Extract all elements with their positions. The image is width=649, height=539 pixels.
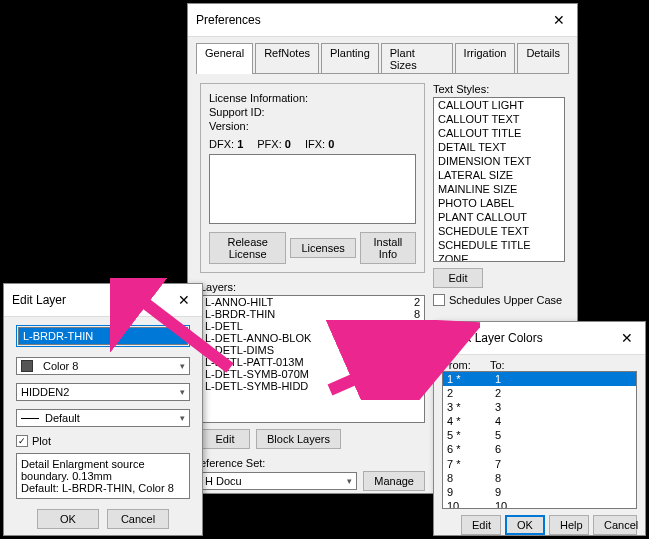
cancel-button[interactable]: Cancel (107, 509, 169, 529)
lineweight-select[interactable]: Default▾ (16, 409, 190, 427)
color-row: 1 *1 (443, 372, 636, 386)
layer-item: L-DETL0 (201, 320, 424, 332)
tabs-bar: General RefNotes Planting Plant Sizes Ir… (188, 37, 577, 74)
layers-group: Layers: L-ANNO-HILT2 L-BRDR-THIN8 L-DETL… (200, 281, 425, 449)
to-header: To: (490, 359, 505, 371)
color-row: 7 *7 (443, 457, 636, 471)
colors-listbox[interactable]: 1 *1 22 3 *3 4 *4 5 *5 6 *6 7 *7 88 99 1… (442, 371, 637, 509)
close-icon[interactable]: ✕ (549, 10, 569, 30)
tab-details[interactable]: Details (517, 43, 569, 74)
chevron-down-icon: ▾ (180, 413, 185, 423)
textstyles-group: Text Styles: CALLOUT LIGHT CALLOUT TEXT … (433, 83, 565, 306)
from-header: From: (442, 359, 490, 371)
license-heading: License Information: (209, 92, 416, 104)
install-info-button[interactable]: Install Info (360, 232, 416, 264)
prefset-group: eference Set: H Docu▾ Manage (200, 457, 425, 491)
edit-button[interactable]: Edit (461, 515, 501, 535)
chevron-down-icon: ▾ (347, 476, 352, 486)
color-row: 4 *4 (443, 414, 636, 428)
layer-item: L-DETL-SYMB-HIDD0 (201, 380, 424, 392)
chevron-down-icon: ▾ (180, 387, 185, 397)
help-button[interactable]: Help (549, 515, 589, 535)
color-row: 22 (443, 386, 636, 400)
color-row: 99 (443, 485, 636, 499)
checkbox-checked-icon: ✓ (16, 435, 28, 447)
cancel-button[interactable]: Cancel (593, 515, 637, 535)
block-layer-colors-dialog: Block Layer Colors ✕ From: To: 1 *1 22 3… (433, 321, 646, 536)
version-label: Version: (209, 120, 416, 132)
tab-planting[interactable]: Planting (321, 43, 379, 74)
textstyles-listbox[interactable]: CALLOUT LIGHT CALLOUT TEXT CALLOUT TITLE… (433, 97, 565, 262)
textstyles-edit-button[interactable]: Edit (433, 268, 483, 288)
tab-plantsizes[interactable]: Plant Sizes (381, 43, 453, 74)
textstyles-heading: Text Styles: (433, 83, 565, 95)
color-row: 3 *3 (443, 400, 636, 414)
color-swatch-icon (21, 360, 33, 372)
layers-listbox[interactable]: L-ANNO-HILT2 L-BRDR-THIN8 L-DETL0 L-DETL… (200, 295, 425, 423)
prefset-heading: eference Set: (200, 457, 425, 469)
support-id-label: Support ID: (209, 106, 416, 118)
layer-item: L-DETL-SYMB-070M7 (201, 368, 424, 380)
edit-layer-dialog: Edit Layer ✕ L-BRDR-THIN Color 8 ▾ HIDDE… (3, 283, 203, 536)
layers-heading: Layers: (200, 281, 425, 293)
block-colors-title: Block Layer Colors (442, 331, 543, 345)
release-license-button[interactable]: Release License (209, 232, 286, 264)
prefset-select[interactable]: H Docu▾ (200, 472, 357, 490)
layer-name-input[interactable]: L-BRDR-THIN (18, 327, 188, 345)
tab-irrigation[interactable]: Irrigation (455, 43, 516, 74)
color-row: 1010 (443, 499, 636, 509)
layer-item: L-ANNO-HILT2 (201, 296, 424, 308)
layer-item: L-DETL-ANNO-BLOK0 (201, 332, 424, 344)
edit-layer-titlebar: Edit Layer ✕ (4, 284, 202, 317)
preferences-title: Preferences (196, 13, 261, 27)
license-group: License Information: Support ID: Version… (200, 83, 425, 273)
block-colors-titlebar: Block Layer Colors ✕ (434, 322, 645, 355)
preferences-titlebar: Preferences ✕ (188, 4, 577, 37)
layer-item: L-DETL-PATT-013M5 (201, 356, 424, 368)
upper-checkbox[interactable]: Schedules Upper Case (433, 294, 565, 306)
ok-button[interactable]: OK (505, 515, 545, 535)
tab-refnotes[interactable]: RefNotes (255, 43, 319, 74)
license-info-box (209, 154, 416, 224)
linetype-select[interactable]: HIDDEN2▾ (16, 383, 190, 401)
tab-general[interactable]: General (196, 43, 253, 74)
layers-edit-button[interactable]: Edit (200, 429, 250, 449)
color-row: 6 *6 (443, 442, 636, 456)
chevron-down-icon: ▾ (180, 361, 185, 371)
layer-item: L-DETL-DIMS4 (201, 344, 424, 356)
layer-item: L-BRDR-THIN8 (201, 308, 424, 320)
ok-button[interactable]: OK (37, 509, 99, 529)
block-layers-button[interactable]: Block Layers (256, 429, 341, 449)
edit-layer-title: Edit Layer (12, 293, 66, 307)
plot-checkbox[interactable]: ✓ Plot (16, 435, 190, 447)
color-row: 5 *5 (443, 428, 636, 442)
layer-desc-box: Detail Enlargment source boundary. 0.13m… (16, 453, 190, 499)
checkbox-icon (433, 294, 445, 306)
close-icon[interactable]: ✕ (617, 328, 637, 348)
color-select[interactable]: Color 8 ▾ (16, 357, 190, 375)
licenses-button[interactable]: Licenses (290, 238, 355, 258)
close-icon[interactable]: ✕ (174, 290, 194, 310)
color-row: 88 (443, 471, 636, 485)
manage-button[interactable]: Manage (363, 471, 425, 491)
